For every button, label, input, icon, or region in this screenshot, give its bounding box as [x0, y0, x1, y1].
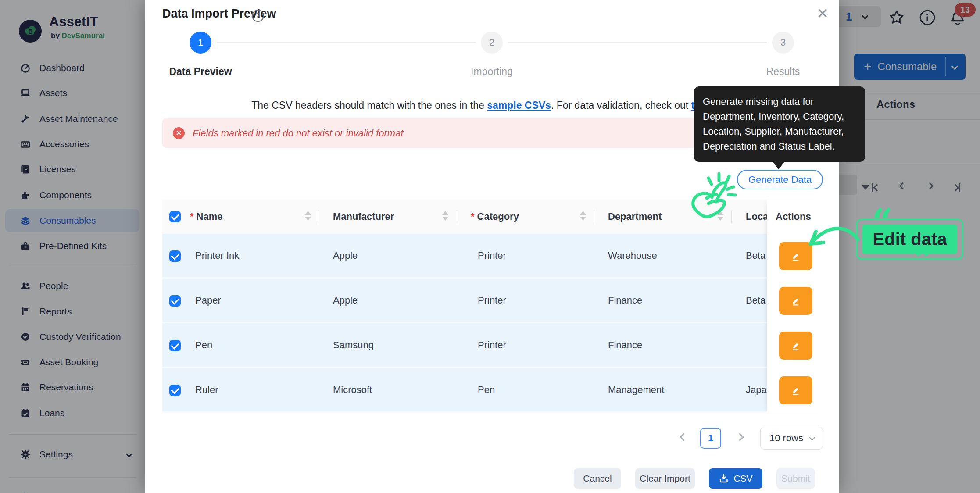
tooltip-text: Generate missing data for Department, In…	[703, 96, 844, 152]
help-icon[interactable]: ?	[252, 10, 264, 22]
tooltip-arrow	[773, 161, 785, 169]
edit-row-button[interactable]	[779, 287, 812, 315]
error-icon: ✕	[173, 127, 185, 139]
cell-manufacturer: Samsung	[333, 323, 374, 367]
step-3-circle: 3	[772, 32, 794, 54]
pointer-hand-icon	[686, 171, 740, 224]
rows-per-page-value: 10 rows	[769, 432, 803, 444]
csv-download-button[interactable]: CSV	[709, 468, 762, 489]
close-icon[interactable]: ×	[817, 4, 828, 23]
sort-control[interactable]	[580, 211, 586, 221]
step-1-circle: 1	[190, 32, 211, 54]
error-text: Fields marked in red do not exist or inv…	[193, 128, 404, 139]
cell-category: Pen	[478, 368, 495, 412]
submit-button[interactable]: Submit	[776, 468, 815, 489]
sort-control[interactable]	[442, 211, 448, 221]
data-import-modal: Data Import Preview ? × 1 2 3 Data Previ…	[145, 0, 839, 493]
cell-category: Printer	[478, 323, 506, 367]
sample-csvs-link[interactable]: sample CSVs	[487, 100, 551, 111]
cell-category: Printer	[478, 279, 506, 322]
table-row: Printer Ink Apple Printer Warehouse Beta	[162, 234, 825, 279]
column-header-category[interactable]: *Category	[471, 200, 519, 234]
pencil-icon	[790, 250, 802, 262]
pencil-icon	[790, 295, 802, 307]
column-divider	[594, 210, 594, 223]
cell-department: Warehouse	[608, 234, 657, 278]
cancel-button[interactable]: Cancel	[574, 468, 621, 489]
pencil-icon	[790, 384, 802, 397]
prev-page-button[interactable]	[680, 433, 687, 441]
edit-row-button[interactable]	[779, 376, 812, 404]
cell-department: Finance	[608, 279, 642, 322]
quote-open-icon: “	[872, 204, 893, 240]
cell-location: Beta	[746, 279, 765, 322]
chevron-down-icon	[809, 435, 815, 441]
row-checkbox[interactable]	[169, 250, 181, 262]
cell-manufacturer: Apple	[333, 279, 358, 322]
quote-close-icon: ”	[914, 242, 935, 278]
cell-name: Ruler	[195, 368, 218, 412]
cell-name: Paper	[195, 279, 221, 322]
column-divider	[457, 210, 457, 223]
import-preview-table: *Name Manufacturer *Category Department …	[162, 200, 825, 413]
annotation-arrow-icon	[802, 218, 863, 258]
step-2-label: Importing	[426, 66, 558, 78]
cell-category: Printer	[478, 234, 506, 278]
column-header-manufacturer[interactable]: Manufacturer	[333, 200, 394, 234]
table-row: Paper Apple Printer Finance Beta	[162, 279, 825, 323]
table-row: Ruler Microsoft Pen Management Japan	[162, 368, 825, 413]
step-connector	[508, 42, 767, 43]
row-checkbox[interactable]	[169, 340, 181, 351]
clear-import-button[interactable]: Clear Import	[635, 468, 695, 489]
next-page-button[interactable]	[736, 433, 744, 441]
cell-name: Printer Ink	[195, 234, 239, 278]
generate-data-tooltip: Generate missing data for Department, In…	[694, 86, 865, 162]
select-all-checkbox[interactable]	[169, 211, 181, 222]
column-header-name[interactable]: *Name	[190, 200, 222, 234]
download-icon	[719, 473, 729, 484]
cell-manufacturer: Apple	[333, 234, 358, 278]
rows-per-page-select[interactable]: 10 rows	[760, 427, 823, 450]
edit-row-button[interactable]	[779, 332, 812, 360]
pencil-icon	[790, 339, 802, 352]
step-1-label: Data Preview	[135, 66, 266, 78]
row-checkbox[interactable]	[169, 295, 181, 307]
column-header-department[interactable]: Department	[608, 200, 662, 234]
table-row: Pen Samsung Printer Finance	[162, 323, 825, 368]
cell-department: Management	[608, 368, 664, 412]
cell-name: Pen	[195, 323, 212, 367]
column-divider	[319, 210, 319, 223]
step-connector	[217, 42, 476, 43]
cell-department: Finance	[608, 323, 642, 367]
cell-manufacturer: Microsoft	[333, 368, 372, 412]
step-3-label: Results	[717, 66, 849, 78]
generate-data-button[interactable]: Generate Data	[737, 170, 823, 189]
sort-control[interactable]	[305, 211, 311, 221]
cell-location: Beta	[746, 234, 765, 278]
csv-label: CSV	[733, 473, 752, 484]
row-checkbox[interactable]	[169, 385, 181, 396]
step-2-circle: 2	[481, 32, 503, 54]
page-1-button[interactable]: 1	[700, 428, 721, 449]
